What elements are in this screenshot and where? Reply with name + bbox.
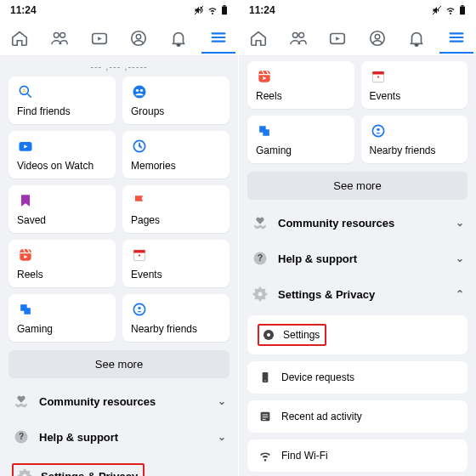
phone-left: 11:24 --- ,--- ,----- Find friends Group… — [0, 0, 238, 476]
svg-line-57 — [264, 298, 265, 299]
shortcut-gaming[interactable]: Gaming — [8, 294, 116, 342]
nav-menu[interactable] — [201, 23, 235, 54]
shortcut-groups[interactable]: Groups — [122, 76, 230, 124]
shortcut-nearby-friends[interactable]: Nearby friends — [122, 294, 230, 342]
nav-friends[interactable] — [42, 23, 76, 54]
mute-icon — [432, 5, 442, 15]
settings-item-recent-ad-activity[interactable]: Recent ad activity — [247, 400, 468, 433]
svg-point-51 — [258, 292, 263, 297]
shortcut-saved[interactable]: Saved — [8, 185, 116, 233]
settings-item-device-requests[interactable]: Device requests — [247, 361, 468, 394]
help-icon: ? — [12, 428, 31, 446]
shortcut-label: Gaming — [17, 323, 107, 335]
status-bar: 11:24 — [239, 0, 476, 20]
svg-point-3 — [54, 32, 59, 37]
accordion-community-resources[interactable]: Community resources ⌄ — [8, 383, 230, 419]
svg-point-4 — [60, 32, 65, 37]
nav-home[interactable] — [241, 23, 275, 54]
accordion-label: Settings & Privacy — [41, 470, 138, 477]
accordion-settings-privacy[interactable]: Settings & Privacy ⌃ — [247, 276, 468, 312]
shortcut-reels[interactable]: Reels — [8, 240, 116, 287]
settings-item-find-wifi[interactable]: Find Wi-Fi — [247, 439, 468, 472]
mute-icon — [194, 5, 204, 15]
svg-point-11 — [133, 86, 146, 99]
shortcut-label: Groups — [131, 105, 221, 117]
nav-notifications[interactable] — [400, 23, 434, 54]
shortcut-find-friends[interactable]: Find friends — [8, 76, 116, 124]
svg-point-21 — [138, 307, 140, 309]
svg-text:*: * — [377, 75, 379, 81]
shortcut-events[interactable]: * Events — [122, 240, 230, 287]
shortcut-events[interactable]: * Events — [361, 61, 468, 109]
watch-icon — [328, 29, 347, 48]
shortcut-label: Events — [370, 90, 460, 102]
svg-point-63 — [264, 380, 265, 381]
nav-menu[interactable] — [439, 23, 473, 54]
shortcut-grid: Reels * Events Gaming Nearby friends — [247, 61, 468, 163]
nav-notifications[interactable] — [162, 23, 196, 54]
gaming-icon — [256, 122, 273, 139]
friends-icon — [50, 29, 69, 48]
nav-home[interactable] — [3, 23, 37, 54]
shortcut-nearby-friends[interactable]: Nearby friends — [361, 116, 468, 163]
svg-text:?: ? — [19, 432, 24, 441]
shortcut-gaming[interactable]: Gaming — [247, 116, 354, 163]
shortcut-videos-on-watch[interactable]: Videos on Watch — [8, 131, 116, 178]
nearby-friends-icon — [131, 301, 148, 318]
see-more-button[interactable]: See more — [247, 172, 468, 200]
see-more-button[interactable]: See more — [8, 350, 230, 378]
gear-icon — [251, 285, 269, 303]
clock: 11:24 — [249, 4, 275, 16]
battery-icon — [459, 5, 466, 15]
shortcut-label: Events — [131, 269, 221, 280]
svg-line-56 — [255, 289, 257, 291]
bell-icon — [407, 29, 426, 48]
svg-rect-42 — [258, 71, 269, 82]
menu-content: --- ,--- ,----- Find friends Groups Vide… — [0, 56, 238, 476]
shortcut-pages[interactable]: Pages — [122, 185, 230, 233]
svg-point-38 — [298, 32, 303, 37]
shortcut-label: Nearby friends — [370, 144, 460, 156]
accordion-community-resources[interactable]: Community resources ⌄ — [247, 205, 468, 241]
shortcut-label: Pages — [131, 214, 221, 226]
accordion-settings-privacy[interactable]: Settings & Privacy ⌄ — [8, 455, 230, 476]
svg-rect-1 — [222, 7, 227, 15]
accordion-help-support[interactable]: ? Help & support ⌄ — [8, 419, 230, 455]
wifi-icon — [258, 448, 273, 463]
menu-content: Reels * Events Gaming Nearby friends See… — [239, 56, 476, 476]
svg-point-37 — [292, 32, 298, 37]
shortcut-memories[interactable]: Memories — [122, 131, 230, 178]
nav-profile[interactable] — [122, 23, 156, 54]
status-icons — [432, 5, 466, 15]
nav-profile[interactable] — [360, 23, 394, 54]
bookmark-icon — [17, 192, 34, 209]
gear-icon — [15, 467, 34, 476]
home-icon — [10, 29, 29, 48]
gaming-icon — [17, 301, 34, 318]
chevron-down-icon: ⌄ — [456, 217, 464, 229]
svg-rect-44 — [372, 71, 383, 74]
shortcut-label: Videos on Watch — [17, 160, 107, 172]
shortcut-reels[interactable]: Reels — [247, 61, 354, 109]
subitem-label: Find Wi-Fi — [281, 450, 328, 462]
shortcut-label: Reels — [256, 90, 346, 102]
settings-item-settings[interactable]: Settings — [247, 315, 468, 354]
calendar-icon: * — [131, 246, 148, 264]
accordion-label: Community resources — [39, 395, 156, 408]
battery-icon — [221, 5, 228, 15]
chevron-down-icon: ⌄ — [218, 470, 226, 476]
shortcut-label: Gaming — [256, 144, 346, 156]
svg-point-10 — [23, 88, 25, 90]
nav-friends[interactable] — [281, 23, 315, 54]
svg-point-12 — [136, 89, 139, 92]
svg-line-33 — [28, 471, 30, 473]
top-nav — [0, 20, 238, 56]
shortcut-label: Memories — [131, 160, 221, 172]
nav-watch[interactable] — [320, 23, 354, 54]
accordion-label: Community resources — [278, 217, 394, 230]
watch-video-icon — [17, 138, 34, 155]
calendar-icon: * — [370, 68, 387, 85]
help-icon: ? — [251, 249, 269, 268]
nav-watch[interactable] — [82, 23, 116, 54]
accordion-help-support[interactable]: ? Help & support ⌄ — [247, 241, 468, 276]
